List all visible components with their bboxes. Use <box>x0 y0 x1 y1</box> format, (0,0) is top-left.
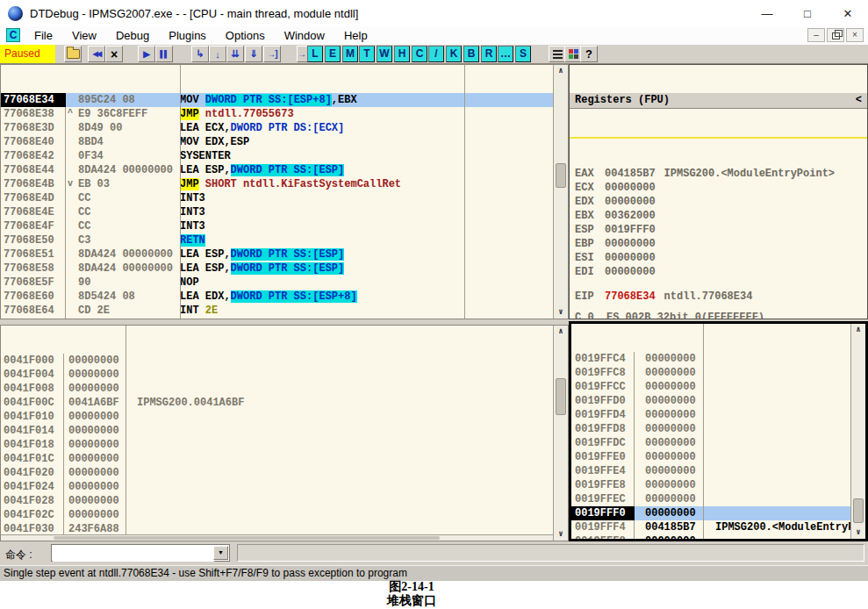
dump-scrollbar[interactable]: ∧ ∨ <box>553 326 568 541</box>
scroll-up-icon[interactable]: ∧ <box>554 326 568 337</box>
stack-row[interactable]: 0019FFCC00000000 <box>571 380 865 394</box>
scroll-thumb[interactable] <box>853 498 864 523</box>
disasm-row[interactable]: 77068E5F90NOP <box>1 276 568 290</box>
panel-button-h[interactable]: H <box>394 46 410 62</box>
windows-list-button[interactable] <box>549 46 566 62</box>
stack-row[interactable]: 0019FFD800000000 <box>571 422 865 436</box>
stack-row[interactable]: 0019FFF800000000 <box>571 534 865 541</box>
restart-button[interactable]: ◀◀ <box>88 46 105 62</box>
register-row[interactable]: EBP00000000 <box>570 237 867 251</box>
disasm-scrollbar[interactable]: ∧ ∨ <box>553 65 568 319</box>
stack-row[interactable]: 0019FFE000000000 <box>571 450 865 464</box>
panel-button-s[interactable]: S <box>515 46 531 62</box>
appearance-button[interactable] <box>564 46 582 62</box>
scroll-down-icon[interactable]: ∨ <box>851 527 865 538</box>
disasm-row[interactable]: 77068E608D5424 08LEA EDX,DWORD PTR SS:[E… <box>1 290 568 304</box>
minimize-button[interactable]: — <box>747 0 787 26</box>
step-into-button[interactable]: ↳ <box>191 46 209 62</box>
collapse-button[interactable]: < <box>856 93 862 108</box>
stack-row[interactable]: 0019FFC400000000 <box>571 352 865 366</box>
menu-item-plugins[interactable]: Plugins <box>159 26 216 45</box>
dump-row[interactable]: 0041F02000000000 <box>1 466 568 480</box>
mdi-minimize-button[interactable]: – <box>807 28 825 42</box>
menu-item-debug[interactable]: Debug <box>106 26 159 45</box>
scroll-down-icon[interactable]: ∨ <box>554 307 568 318</box>
step-over-button[interactable]: ↓ <box>209 46 226 62</box>
panel-button-m[interactable]: M <box>342 46 358 62</box>
stack-scrollbar[interactable]: ∧ ∨ <box>850 324 865 539</box>
dump-row[interactable]: 0041F00800000000 <box>1 382 568 396</box>
menu-item-window[interactable]: Window <box>275 26 334 45</box>
panel-button-c[interactable]: C <box>412 46 427 62</box>
dump-hscrollbar[interactable] <box>1 534 553 541</box>
hscroll-thumb[interactable] <box>54 536 440 540</box>
panel-button-t[interactable]: T <box>359 46 375 62</box>
eip-row[interactable]: EIP77068E34ntdll.77068E34 <box>570 290 867 304</box>
scroll-down-icon[interactable]: ∨ <box>554 529 568 540</box>
dump-row[interactable]: 0041F02C00000000 <box>1 508 568 522</box>
disasm-row[interactable]: 77068E420F34SYSENTER <box>1 149 568 163</box>
dump-row[interactable]: 0041F00000000000 <box>1 354 568 368</box>
menu-item-help[interactable]: Help <box>334 26 377 45</box>
run-till-return-button[interactable]: →] <box>263 46 281 62</box>
register-row[interactable]: EDX00000000 <box>570 195 867 209</box>
stack-row[interactable]: 0019FFD000000000 <box>571 394 865 408</box>
scroll-up-icon[interactable]: ∧ <box>554 66 568 76</box>
disasm-row[interactable]: 77068E34895C24 08MOV DWORD PTR SS:[ESP+8… <box>1 93 568 107</box>
disasm-row[interactable]: 77068E50C3RETN <box>1 233 568 247</box>
scroll-thumb[interactable] <box>556 378 566 415</box>
scroll-thumb[interactable] <box>556 163 566 188</box>
disasm-row[interactable]: 77068E448DA424 00000000LEA ESP,DWORD PTR… <box>1 163 568 177</box>
register-row[interactable]: EAX004185B7IPMSG200.<ModuleEntryPoint> <box>570 167 867 181</box>
dump-row[interactable]: 0041F00C0041A6BFIPMSG200.0041A6BF <box>1 396 568 410</box>
register-row[interactable]: EBX00362000 <box>570 209 867 223</box>
flag-row[interactable]: C 0 ES 002B 32bit 0(FFFFFFFF) <box>570 311 867 319</box>
register-row[interactable]: ESP0019FFF0 <box>570 223 867 237</box>
panel-button-k[interactable]: K <box>446 46 462 62</box>
dump-row[interactable]: 0041F01C00000000 <box>1 452 568 466</box>
mdi-restore-button[interactable] <box>827 28 844 42</box>
dump-row[interactable]: 0041F00400000000 <box>1 368 568 382</box>
disasm-row[interactable]: 77068E4ECCINT3 <box>1 205 568 219</box>
disasm-row[interactable]: 77068E588DA424 00000000LEA ESP,DWORD PTR… <box>1 262 568 276</box>
register-row[interactable]: EDI00000000 <box>570 265 867 279</box>
stack-row[interactable]: 0019FFD400000000 <box>571 408 865 422</box>
help-button[interactable]: ? <box>580 46 598 62</box>
register-row[interactable]: ECX00000000 <box>570 181 867 195</box>
cpu-window-icon[interactable]: C <box>6 28 20 42</box>
panel-button-b[interactable]: B <box>463 46 479 62</box>
close-process-button[interactable]: × <box>105 46 123 62</box>
panel-button-l[interactable]: L <box>307 46 323 62</box>
dump-row[interactable]: 0041F01400000000 <box>1 424 568 438</box>
menu-item-view[interactable]: View <box>62 26 106 45</box>
register-row[interactable]: ESI00000000 <box>570 251 867 265</box>
stack-row[interactable]: 0019FFF000000000 <box>571 506 865 520</box>
open-file-button[interactable] <box>64 46 82 62</box>
stack-row[interactable]: 0019FFE800000000 <box>571 478 865 492</box>
dump-row[interactable]: 0041F01000000000 <box>1 410 568 424</box>
command-input[interactable] <box>53 546 214 562</box>
mdi-close-button[interactable]: × <box>846 28 864 42</box>
stack-row[interactable]: 0019FFEC00000000 <box>571 492 865 506</box>
disasm-row[interactable]: 77068E3D8D49 00LEA ECX,DWORD PTR DS:[ECX… <box>1 121 568 135</box>
animate-into-button[interactable]: ⇊ <box>226 46 244 62</box>
stack-row[interactable]: 0019FFC800000000 <box>571 366 865 380</box>
stack-row[interactable]: 0019FFF4004185B7IPMSG200.<ModuleEntryPoi… <box>571 520 865 534</box>
scroll-up-icon[interactable]: ∧ <box>851 325 865 335</box>
panel-button-slash[interactable]: / <box>428 46 444 62</box>
run-button[interactable]: ▶ <box>138 46 155 62</box>
disasm-row[interactable]: 77068E64CD 2EINT 2E <box>1 304 568 318</box>
panel-button-dots[interactable]: … <box>498 46 513 62</box>
disasm-row[interactable]: 77068E38^E9 36C8FEFFJMP ntdll.77055673 <box>1 107 568 121</box>
dump-row[interactable]: 0041F01800000000 <box>1 438 568 452</box>
menu-item-options[interactable]: Options <box>216 26 275 45</box>
stack-row[interactable]: 0019FFE400000000 <box>571 464 865 478</box>
panel-button-r[interactable]: R <box>481 46 497 62</box>
panel-button-w[interactable]: W <box>377 46 392 62</box>
disasm-row[interactable]: 77068E4BvEB 03JMP SHORT ntdll.KiFastSyst… <box>1 177 568 191</box>
close-button[interactable]: ✕ <box>828 0 868 26</box>
disasm-row[interactable]: 77068E518DA424 00000000LEA ESP,DWORD PTR… <box>1 247 568 262</box>
menu-item-file[interactable]: File <box>25 26 62 45</box>
disasm-row[interactable]: 77068E4DCCINT3 <box>1 191 568 205</box>
stack-row[interactable]: 0019FFDC00000000 <box>571 436 865 450</box>
